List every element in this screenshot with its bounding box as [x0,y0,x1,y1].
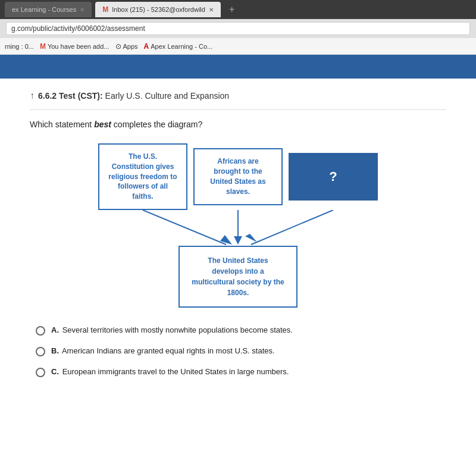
tab-label: ex Learning - Courses [12,6,76,13]
bookmark-label: Apex Learning - Co... [151,43,212,50]
bookmark-mail[interactable]: M You have been add... [40,42,109,51]
up-arrow-icon: ↑ [30,90,35,101]
apps-icon: ⊙ [115,42,121,51]
page-content: ↑ 6.6.2 Test (CST): Early U.S. Culture a… [0,55,476,476]
new-tab-button[interactable]: + [224,4,239,15]
diagram-arrows [95,210,381,246]
answer-a[interactable]: A. Several territories with mostly nonwh… [36,325,440,336]
radio-b[interactable] [36,347,45,356]
answer-b[interactable]: B. American Indians are granted equal ri… [36,346,440,356]
gmail-icon: M [40,42,46,51]
tab-close-icon[interactable]: ✕ [209,7,214,13]
tab-close-icon[interactable]: ✕ [80,7,84,13]
answer-choices: A. Several territories with mostly nonwh… [30,325,446,377]
arrows-svg [95,210,381,246]
svg-marker-3 [234,236,242,245]
diagram-box-2: Africans are brought to the United State… [193,148,283,205]
browser-top-bar: ex Learning - Courses ✕ M Inbox (215) - … [0,0,476,19]
answer-c[interactable]: C. European immigrants travel to the Uni… [36,367,440,377]
svg-line-0 [143,210,226,245]
answer-a-text: A. Several territories with mostly nonwh… [51,325,293,334]
diagram-box-1: The U.S. Constitution gives religious fr… [98,143,187,210]
url-input[interactable]: g.com/public/activity/6006002/assessment [6,22,470,35]
gmail-icon: M [102,5,108,14]
apex-icon: A [144,42,149,51]
bookmark-apps[interactable]: ⊙ Apps [115,42,138,51]
answer-c-text: C. European immigrants travel to the Uni… [51,367,289,376]
tab-inbox[interactable]: M Inbox (215) - 52362@oxfordwild ✕ [95,2,221,17]
question-text: Which statement best completes the diagr… [30,120,446,129]
radio-c[interactable] [36,368,45,377]
bookmarks-bar: rning : 0... M You have been add... ⊙ Ap… [0,38,476,55]
divider [30,109,446,110]
bookmark-apex[interactable]: A Apex Learning - Co... [144,42,213,51]
tab-apex-learning[interactable]: ex Learning - Courses ✕ [5,2,92,17]
browser-address-bar: g.com/public/activity/6006002/assessment [0,19,476,38]
radio-a[interactable] [36,326,45,336]
diagram-bottom-box: The United States develops into a multic… [178,246,298,308]
bookmark-label: Apps [123,43,138,50]
page-header-bar [0,55,476,79]
bookmark-learning[interactable]: rning : 0... [5,43,34,50]
svg-marker-5 [245,234,257,242]
bookmark-label: You have been add... [48,43,109,50]
diagram-container: The U.S. Constitution gives religious fr… [30,143,446,308]
bookmark-label: rning : 0... [5,43,34,50]
answer-b-text: B. American Indians are granted equal ri… [51,346,275,355]
test-label: 6.6.2 Test (CST): Early U.S. Culture and… [38,91,229,101]
test-title-row: ↑ 6.6.2 Test (CST): Early U.S. Culture a… [30,90,446,101]
diagram-top-row: The U.S. Constitution gives religious fr… [30,143,446,210]
svg-line-4 [251,210,333,245]
tab-label: Inbox (215) - 52362@oxfordwild [112,6,205,13]
content-area: ↑ 6.6.2 Test (CST): Early U.S. Culture a… [0,79,476,400]
diagram-box-3: ? [289,153,378,201]
